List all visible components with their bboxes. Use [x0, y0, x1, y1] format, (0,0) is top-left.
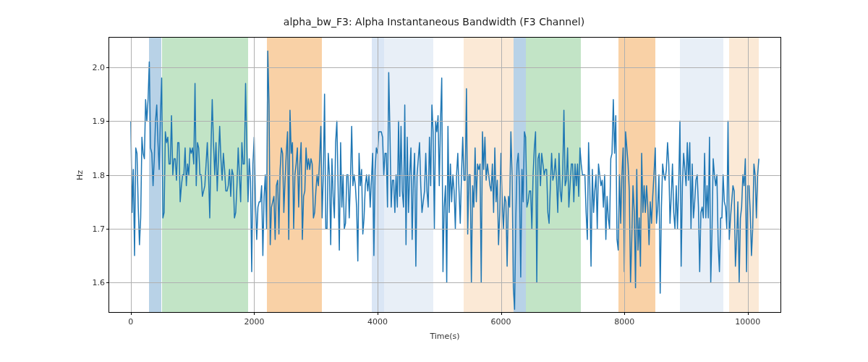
chart-axes-clip — [109, 38, 780, 312]
chart-gridline-horizontal — [109, 175, 780, 176]
chart-x-tick-label: 8000 — [614, 317, 634, 327]
chart-y-tick-label: 1.7 — [86, 224, 105, 233]
chart-x-tick-label: 2000 — [244, 317, 264, 327]
chart-gridline-horizontal — [109, 121, 780, 122]
chart-y-tick-label: 1.6 — [86, 278, 105, 287]
chart-tick-mark-y — [106, 229, 109, 230]
chart-gridline-horizontal — [109, 282, 780, 283]
chart-x-tick-label: 4000 — [367, 317, 388, 327]
chart-tick-mark-x — [378, 312, 378, 315]
chart-gridline-horizontal — [109, 229, 780, 230]
chart-axes: Time(s) Hz 02000400060008000100001.61.71… — [109, 37, 781, 313]
chart-line-series — [131, 51, 759, 310]
chart-tick-mark-x — [624, 312, 625, 315]
chart-title: alpha_bw_F3: Alpha Instantaneous Bandwid… — [0, 16, 868, 28]
chart-tick-mark-y — [106, 67, 109, 68]
chart-y-tick-label: 1.9 — [86, 117, 105, 126]
chart-x-tick-label: 10000 — [735, 317, 760, 327]
chart-y-tick-label: 2.0 — [86, 62, 105, 72]
chart-x-axis-label: Time(s) — [109, 332, 780, 341]
chart-tick-mark-x — [501, 312, 502, 315]
chart-gridline-horizontal — [109, 67, 780, 68]
chart-x-tick-label: 0 — [128, 317, 133, 327]
chart-tick-mark-x — [131, 312, 132, 315]
chart-y-tick-label: 1.8 — [86, 170, 105, 180]
chart-tick-mark-y — [106, 121, 109, 122]
chart-tick-mark-x — [748, 312, 749, 315]
chart-y-axis-label: Hz — [75, 169, 85, 180]
chart-figure: alpha_bw_F3: Alpha Instantaneous Bandwid… — [0, 0, 868, 362]
chart-tick-mark-x — [254, 312, 255, 315]
chart-tick-mark-y — [106, 175, 109, 176]
chart-x-tick-label: 6000 — [491, 317, 511, 327]
chart-tick-mark-y — [106, 282, 109, 283]
